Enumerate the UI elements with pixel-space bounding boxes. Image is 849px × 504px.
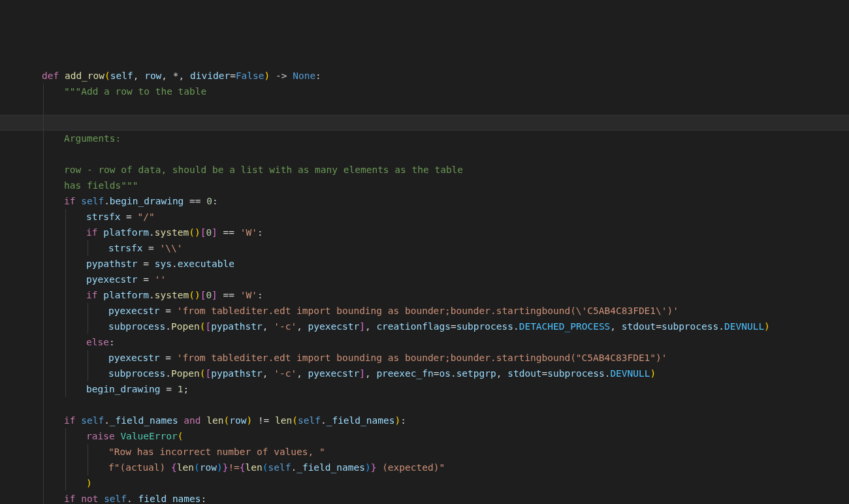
- code-line[interactable]: pyexecstr = 'from tablediter.edt import …: [0, 303, 849, 319]
- code-token: '-c': [274, 368, 296, 379]
- code-line-content: if platform.system()[0] == 'W':: [0, 287, 263, 303]
- code-token: DETACHED_PROCESS: [519, 321, 611, 332]
- code-line[interactable]: [0, 146, 849, 162]
- code-token: (: [104, 71, 110, 81]
- code-token: =: [161, 384, 178, 394]
- code-token: .: [104, 196, 110, 206]
- code-token: =: [160, 353, 177, 363]
- code-token: (: [223, 415, 229, 426]
- code-token: else: [86, 337, 109, 347]
- code-token: False: [236, 71, 264, 81]
- code-token: if: [64, 415, 81, 426]
- code-line-content: def add_row(self, row, *, divider=False)…: [0, 68, 321, 84]
- code-editor[interactable]: def add_row(self, row, *, divider=False)…: [0, 63, 849, 504]
- code-line[interactable]: else:: [0, 334, 849, 350]
- code-token: ->: [270, 71, 293, 81]
- code-token: ,: [263, 368, 274, 379]
- code-line[interactable]: pyexecstr = 'from tablediter.edt import …: [0, 350, 849, 366]
- code-line-content: [0, 146, 64, 162]
- code-line[interactable]: strsfx = '\\': [0, 240, 849, 256]
- code-line[interactable]: [0, 115, 849, 131]
- code-token: os: [439, 368, 450, 379]
- code-line-content: """Add a row to the table: [0, 84, 206, 99]
- code-token: ): [195, 290, 200, 300]
- code-token: platform: [103, 227, 149, 238]
- code-token: _field_names: [133, 494, 201, 504]
- code-token: 0: [206, 196, 212, 206]
- code-line[interactable]: row - row of data, should be a list with…: [0, 162, 849, 178]
- code-token: pypathstr: [86, 259, 138, 269]
- code-token: .: [321, 415, 327, 426]
- code-token: ): [217, 462, 223, 473]
- code-token: """Add a row to the table: [64, 86, 206, 97]
- code-token: ,: [263, 321, 274, 332]
- code-token: ): [764, 321, 770, 332]
- code-token: ): [394, 415, 400, 426]
- code-line[interactable]: pypathstr = sys.executable: [0, 256, 849, 272]
- code-line-content: begin_drawing = 1;: [0, 381, 189, 397]
- code-line[interactable]: [0, 99, 849, 115]
- code-token: f"(actual): [108, 462, 171, 473]
- code-token: creationflags: [376, 321, 451, 332]
- code-token: =: [230, 71, 236, 81]
- code-line-content: if self.begin_drawing == 0:: [0, 193, 218, 209]
- code-line[interactable]: pyexecstr = '': [0, 272, 849, 287]
- code-line[interactable]: if not self._field_names:: [0, 491, 849, 504]
- code-line-content: subprocess.Popen([pypathstr, '-c', pyexe…: [0, 366, 656, 381]
- code-line[interactable]: ): [0, 475, 849, 491]
- code-line[interactable]: Arguments:: [0, 131, 849, 146]
- code-token: row: [200, 462, 217, 473]
- code-line-content: else:: [0, 334, 115, 350]
- code-token: ,: [610, 321, 621, 332]
- code-line[interactable]: subprocess.Popen([pypathstr, '-c', pyexe…: [0, 366, 849, 381]
- code-token: ): [264, 71, 270, 81]
- code-token: ,: [296, 368, 308, 379]
- code-token: ,: [365, 321, 376, 332]
- code-line[interactable]: raise ValueError(: [0, 428, 849, 444]
- code-token: self: [81, 415, 104, 426]
- code-line[interactable]: [0, 397, 849, 413]
- code-token: not: [81, 494, 104, 504]
- code-line-content: pypathstr = sys.executable: [0, 256, 234, 272]
- code-token: '\\': [160, 243, 183, 253]
- code-token: preexec_fn: [376, 368, 433, 379]
- code-line[interactable]: if platform.system()[0] == 'W':: [0, 287, 849, 303]
- code-line[interactable]: strsfx = "/": [0, 209, 849, 225]
- code-token: self: [298, 415, 321, 426]
- code-token: .: [127, 494, 133, 504]
- code-token: ): [650, 368, 656, 379]
- code-line-content: Arguments:: [0, 131, 121, 146]
- code-line[interactable]: if platform.system()[0] == 'W':: [0, 225, 849, 240]
- code-token: ): [246, 415, 252, 426]
- code-token: '-c': [274, 321, 296, 332]
- code-token: :: [400, 415, 406, 426]
- code-token: 0: [206, 227, 212, 238]
- code-line[interactable]: """Add a row to the table: [0, 84, 849, 99]
- code-token: [: [205, 321, 211, 332]
- code-line-content: pyexecstr = 'from tablediter.edt import …: [0, 350, 667, 366]
- code-line[interactable]: f"(actual) {len(row)}!={len(self._field_…: [0, 460, 849, 475]
- code-line[interactable]: has fields""": [0, 178, 849, 193]
- code-token: {: [240, 462, 246, 473]
- code-token: None: [293, 71, 315, 81]
- code-token: raise: [86, 431, 120, 441]
- code-line[interactable]: if self._field_names and len(row) != len…: [0, 413, 849, 428]
- code-token: =: [656, 321, 662, 332]
- code-token: pyexecstr: [108, 353, 160, 363]
- code-line[interactable]: "Row has incorrect number of values, ": [0, 444, 849, 460]
- code-token: _field_names: [327, 415, 395, 426]
- code-token: self: [110, 71, 133, 81]
- code-token: divider: [190, 71, 230, 81]
- code-token: len: [246, 462, 263, 473]
- code-token: pyexecstr: [108, 306, 160, 316]
- code-token: ValueError: [120, 431, 177, 441]
- code-token: _field_names: [296, 462, 365, 473]
- code-token: "Row has incorrect number of values, ": [108, 447, 325, 457]
- code-token: stdout: [622, 321, 656, 332]
- code-token: :: [201, 494, 207, 504]
- code-token: ,: [161, 71, 172, 81]
- code-line[interactable]: def add_row(self, row, *, divider=False)…: [0, 68, 849, 84]
- code-line[interactable]: begin_drawing = 1;: [0, 381, 849, 397]
- code-line[interactable]: if self.begin_drawing == 0:: [0, 193, 849, 209]
- code-line[interactable]: subprocess.Popen([pypathstr, '-c', pyexe…: [0, 319, 849, 334]
